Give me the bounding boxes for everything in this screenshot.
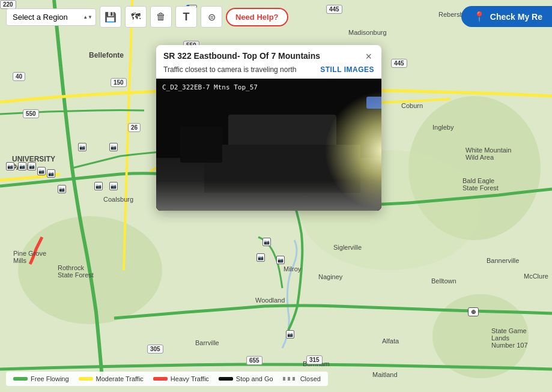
route-badge-550: 550 [23, 109, 39, 118]
camera-icon-4[interactable]: 📷 [6, 162, 14, 170]
pin-icon: 📍 [473, 11, 485, 22]
popup-header: SR 322 Eastbound- Top Of 7 Mountains × [156, 45, 381, 65]
map-container: Bellefonte Madisonburg Rebersburg Coburn… [0, 0, 552, 392]
delete-button[interactable]: 🗑 [150, 6, 172, 28]
toolbar: Select a Region 💾 🗺 🗑 T ⊜ Need Help? [6, 6, 288, 28]
camera-icon-7[interactable]: 📷 [37, 167, 46, 175]
legend-color-green [13, 377, 28, 381]
route-badge-305: 305 [147, 345, 163, 354]
camera-icon-5[interactable]: 📷 [18, 162, 26, 170]
camera-icon-14[interactable]: 📷 [286, 330, 294, 339]
text-button[interactable]: T [175, 6, 197, 28]
legend-label-closed: Closed [300, 375, 321, 382]
legend-label-free-flowing: Free Flowing [31, 375, 69, 382]
camera-icon-10[interactable]: 📷 [94, 182, 103, 190]
camera-icon-9[interactable]: 📷 [58, 185, 66, 193]
legend-color-dashed [283, 377, 297, 381]
blue-light [366, 97, 381, 109]
traffic-direction: Traffic closest to camera is traveling n… [163, 65, 296, 74]
legend-color-red [153, 377, 168, 381]
legend-free-flowing: Free Flowing [13, 375, 69, 382]
camera-icon-8[interactable]: 📷 [47, 169, 55, 178]
route-badge-40: 40 [13, 72, 25, 81]
camera-icon-active[interactable]: 📷 [262, 238, 271, 246]
route-badge-us: ⊕ [468, 307, 479, 316]
popup-close-button[interactable]: × [363, 51, 374, 62]
camera-icon-11[interactable]: 📷 [109, 182, 118, 190]
camera-feed-inner: C_D2_322EB-7 Mtns Top_57 [156, 79, 381, 211]
route-badge-655: 655 [246, 356, 262, 365]
layers-button[interactable]: ⊜ [201, 6, 222, 28]
camera-icon-13[interactable]: 📷 [276, 256, 285, 264]
route-badge-445-1: 445 [326, 5, 342, 14]
legend-moderate: Moderate Traffic [79, 375, 144, 382]
map-button[interactable]: 🗺 [125, 6, 147, 28]
camera-icon-2[interactable]: 📷 [78, 143, 86, 151]
popup-subtitle: Traffic closest to camera is traveling n… [156, 65, 381, 79]
save-button[interactable]: 💾 [100, 6, 121, 28]
legend-heavy: Heavy Traffic [153, 375, 209, 382]
snow-overlay [156, 181, 381, 211]
region-select-wrapper: Select a Region [6, 8, 96, 26]
route-badge-315: 315 [306, 355, 323, 364]
legend-color-black [219, 377, 233, 381]
camera-icon-3[interactable]: 📷 [109, 143, 118, 151]
route-badge-150: 150 [111, 78, 127, 87]
camera-popup: SR 322 Eastbound- Top Of 7 Mountains × T… [156, 45, 381, 211]
check-route-label: Check My Re [490, 12, 542, 22]
legend-closed: Closed [283, 375, 321, 382]
legend-label-heavy: Heavy Traffic [171, 375, 209, 382]
route-badge-445-2: 445 [391, 59, 407, 68]
still-images-link[interactable]: STILL IMAGES [320, 65, 374, 74]
legend-label-stop-go: Stop and Go [236, 375, 273, 382]
legend-stop-go: Stop and Go [219, 375, 273, 382]
camera-icon-12[interactable]: 📷 [256, 253, 265, 262]
region-select[interactable]: Select a Region [6, 8, 96, 26]
check-route-button[interactable]: 📍 Check My Re [461, 6, 552, 27]
legend: Free Flowing Moderate Traffic Heavy Traf… [6, 372, 328, 386]
camera-feed: C_D2_322EB-7 Mtns Top_57 [156, 79, 381, 211]
need-help-button[interactable]: Need Help? [226, 8, 288, 26]
legend-color-yellow [79, 377, 93, 381]
camera-icon-6[interactable]: 📷 [28, 162, 36, 170]
background-vehicle [180, 127, 222, 163]
popup-title: SR 322 Eastbound- Top Of 7 Mountains [163, 51, 363, 61]
camera-label: C_D2_322EB-7 Mtns Top_57 [162, 83, 258, 91]
legend-label-moderate: Moderate Traffic [96, 375, 144, 382]
route-badge-26: 26 [128, 123, 141, 132]
